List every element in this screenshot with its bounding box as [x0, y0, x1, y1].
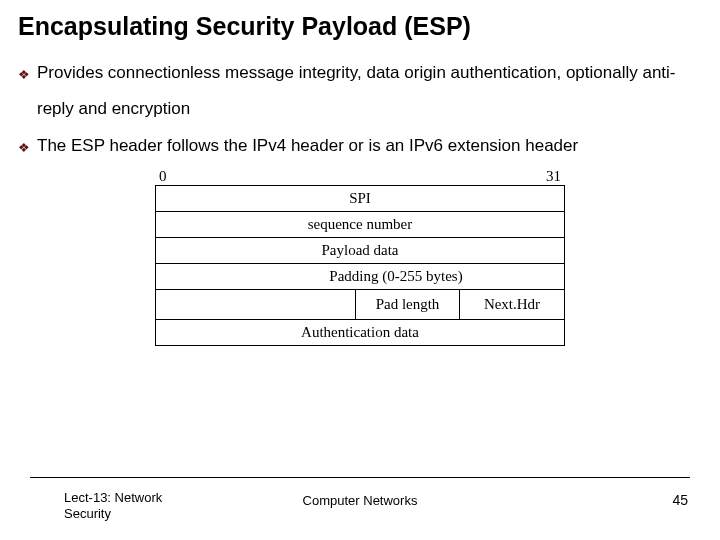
row-spi: SPI [156, 186, 564, 211]
row-padlen-nexthdr: Pad length Next.Hdr [156, 289, 564, 319]
footer-left-line2: Security [64, 506, 111, 521]
bit-start: 0 [159, 168, 167, 185]
row-padding: Padding (0-255 bytes) [156, 263, 564, 289]
row-authdata: Authentication data [156, 319, 564, 345]
diamond-icon: ❖ [18, 61, 30, 88]
diamond-icon: ❖ [18, 134, 30, 161]
row-payload: Payload data [156, 237, 564, 263]
bullet-list: ❖ Provides connectionless message integr… [18, 55, 702, 164]
padlen-offset [156, 290, 356, 319]
bullet-item: ❖ The ESP header follows the IPv4 header… [18, 128, 702, 164]
bit-labels: 0 31 [155, 168, 565, 185]
bullet-text: Provides connectionless message integrit… [37, 55, 702, 126]
footer-page: 45 [672, 492, 688, 508]
esp-header-diagram: 0 31 SPI sequence number Payload data Pa… [155, 168, 565, 346]
diagram-box: SPI sequence number Payload data Padding… [155, 185, 565, 346]
next-hdr-cell: Next.Hdr [460, 290, 564, 319]
pad-length-cell: Pad length [356, 290, 460, 319]
slide-title: Encapsulating Security Payload (ESP) [18, 12, 702, 41]
slide: Encapsulating Security Payload (ESP) ❖ P… [0, 0, 720, 540]
row-sequence: sequence number [156, 211, 564, 237]
padding-cell: Padding (0-255 bytes) [228, 264, 564, 289]
bullet-text: The ESP header follows the IPv4 header o… [37, 128, 702, 164]
bullet-item: ❖ Provides connectionless message integr… [18, 55, 702, 126]
footer-center: Computer Networks [0, 493, 720, 508]
bit-end: 31 [546, 168, 561, 185]
footer-rule [30, 477, 690, 478]
